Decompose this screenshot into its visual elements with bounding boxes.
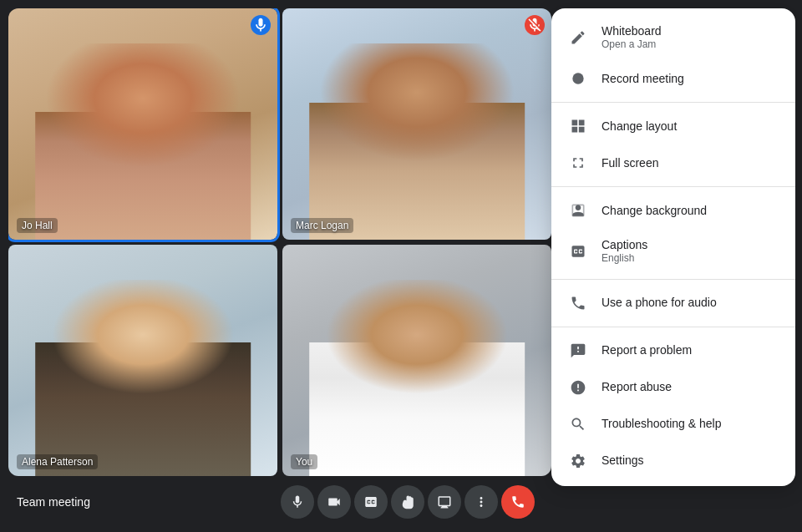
meeting-toolbar: Team meeting: [0, 485, 551, 519]
menu-item-change-background-label: Change background: [602, 203, 707, 218]
help-icon: [568, 414, 588, 434]
raise-hand-button[interactable]: [391, 485, 424, 519]
menu-item-change-layout-label: Change layout: [602, 119, 677, 134]
menu-item-change-layout[interactable]: Change layout: [551, 108, 795, 144]
menu-item-record[interactable]: Record meeting: [551, 60, 795, 97]
video-cell-alena: Alena Patterson: [8, 245, 277, 476]
menu-item-report-abuse-content: Report abuse: [602, 379, 672, 394]
menu-item-change-layout-content: Change layout: [602, 119, 677, 134]
video-cell-marc: Marc Logan: [282, 8, 551, 240]
divider-3: [551, 279, 795, 280]
menu-item-troubleshooting-label: Troubleshooting & help: [602, 416, 721, 431]
menu-item-report-abuse[interactable]: Report abuse: [551, 369, 795, 406]
menu-item-settings-label: Settings: [602, 453, 644, 468]
camera-button[interactable]: [317, 485, 351, 519]
video-grid: Jo Hall Marc Logan Alena Patterson You: [8, 8, 551, 476]
divider-4: [551, 327, 795, 327]
menu-item-record-label: Record meeting: [602, 71, 684, 86]
report-abuse-icon: [568, 377, 588, 398]
person-video-you: [309, 280, 525, 476]
layout-icon: [568, 116, 588, 136]
menu-item-change-background[interactable]: Change background: [551, 192, 795, 229]
svg-point-0: [572, 73, 583, 84]
menu-item-captions-content: Captions English: [602, 237, 647, 266]
meeting-title: Team meeting: [17, 495, 90, 509]
menu-item-settings[interactable]: Settings: [551, 443, 795, 479]
menu-item-fullscreen-content: Full screen: [602, 155, 658, 170]
end-call-button[interactable]: [501, 485, 535, 519]
menu-item-change-background-content: Change background: [602, 203, 707, 218]
present-button[interactable]: [428, 485, 461, 519]
report-problem-icon: [568, 341, 588, 361]
menu-item-captions-sublabel: English: [602, 252, 647, 266]
mic-muted-badge: [525, 15, 545, 35]
menu-item-whiteboard[interactable]: Whiteboard Open a Jam: [551, 15, 795, 60]
menu-item-whiteboard-content: Whiteboard Open a Jam: [602, 23, 662, 52]
menu-item-phone-audio-content: Use a phone for audio: [602, 295, 717, 310]
menu-item-troubleshooting-content: Troubleshooting & help: [602, 416, 721, 431]
captions-button[interactable]: [354, 485, 388, 519]
video-cell-you: You: [282, 245, 551, 476]
fullscreen-icon: [568, 153, 588, 173]
menu-item-phone-audio-label: Use a phone for audio: [602, 295, 717, 310]
participant-label-jo-hall: Jo Hall: [17, 218, 58, 233]
person-video-jo-hall: [35, 43, 251, 240]
record-icon: [568, 68, 588, 89]
edit-icon: [568, 28, 588, 48]
menu-item-whiteboard-label: Whiteboard: [602, 23, 662, 38]
background-icon: [568, 200, 588, 220]
divider-2: [551, 186, 795, 187]
context-menu: Whiteboard Open a Jam Record meeting Cha…: [551, 8, 795, 486]
toolbar-controls: [281, 485, 535, 519]
person-video-alena: [35, 280, 251, 476]
person-video-marc: [309, 43, 525, 240]
participant-label-alena: Alena Patterson: [17, 454, 98, 469]
menu-item-report-problem[interactable]: Report a problem: [551, 332, 795, 369]
menu-item-fullscreen[interactable]: Full screen: [551, 144, 795, 181]
divider-1: [551, 102, 795, 103]
more-options-button[interactable]: [464, 485, 498, 519]
phone-icon: [568, 293, 588, 313]
menu-item-phone-audio[interactable]: Use a phone for audio: [551, 285, 795, 322]
menu-item-captions-label: Captions: [602, 237, 647, 252]
participant-label-you: You: [291, 454, 317, 469]
participant-label-marc: Marc Logan: [291, 218, 353, 233]
video-cell-jo-hall: Jo Hall: [8, 8, 277, 240]
menu-item-captions[interactable]: Captions English: [551, 229, 795, 274]
menu-item-settings-content: Settings: [602, 453, 644, 468]
mic-active-badge: [251, 15, 271, 35]
menu-item-fullscreen-label: Full screen: [602, 155, 658, 170]
menu-item-record-content: Record meeting: [602, 71, 684, 86]
menu-item-troubleshooting[interactable]: Troubleshooting & help: [551, 406, 795, 443]
captions-icon: [568, 241, 588, 261]
settings-icon: [568, 451, 588, 471]
mic-button[interactable]: [281, 485, 314, 519]
menu-item-report-abuse-label: Report abuse: [602, 379, 672, 394]
menu-item-whiteboard-sublabel: Open a Jam: [602, 38, 662, 52]
menu-item-report-problem-label: Report a problem: [602, 342, 692, 357]
menu-item-report-problem-content: Report a problem: [602, 342, 692, 357]
